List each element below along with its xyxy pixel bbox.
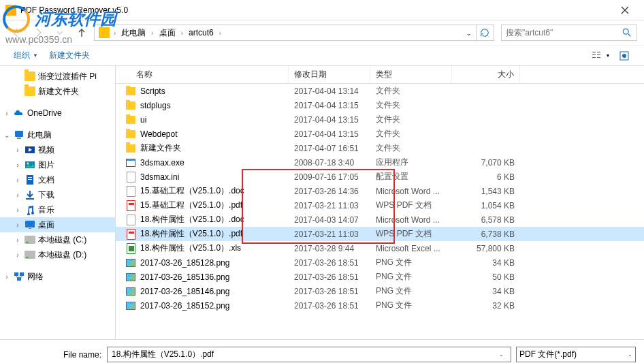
file-row[interactable]: Webdepot 2017-04-04 13:15 文件夹 [116, 127, 644, 141]
breadcrumb-item[interactable]: 桌面 [155, 25, 180, 40]
filetype-select[interactable]: PDF 文件(*.pdf) ⌄ [516, 347, 636, 362]
file-row[interactable]: 18.构件属性（V25.1.0）.xls 2017-03-28 9:44 Mic… [116, 241, 644, 255]
doc-icon [125, 215, 136, 225]
file-row[interactable]: 2017-03-26_185136.png 2017-03-26 18:51 P… [116, 270, 644, 284]
expand-icon[interactable]: › [14, 236, 22, 244]
sidebar-item[interactable]: 新建文件夹 [0, 84, 115, 99]
expand-icon[interactable]: ⌄ [3, 131, 11, 139]
sidebar-item-label: OneDrive [27, 108, 62, 118]
file-type: WPS PDF 文档 [370, 228, 452, 240]
expand-icon[interactable]: › [14, 191, 22, 199]
search-button[interactable] [617, 28, 637, 37]
chevron-down-icon[interactable]: ⌄ [499, 351, 504, 358]
sidebar-item[interactable]: 渐变过渡插件 Pi [0, 69, 115, 84]
sidebar-item-label: 渐变过渡插件 Pi [38, 71, 97, 82]
sidebar-item[interactable]: ›OneDrive [0, 106, 115, 121]
expand-icon[interactable]: › [14, 251, 22, 259]
expand-icon[interactable]: › [14, 161, 22, 169]
search-box[interactable] [501, 25, 637, 41]
arrow-right-icon [33, 27, 44, 38]
column-size[interactable]: 大小 [452, 66, 520, 83]
sidebar-item[interactable]: ›下载 [0, 187, 115, 202]
sidebar-item[interactable]: ›图片 [0, 157, 115, 172]
nav-forward-button[interactable] [29, 23, 48, 42]
new-folder-button[interactable]: 新建文件夹 [44, 46, 95, 65]
breadcrumb-item[interactable]: 此电脑 [117, 25, 150, 40]
expand-icon[interactable]: › [3, 273, 11, 281]
file-name: 3dsmax.exe [140, 158, 184, 168]
file-row[interactable]: ui 2017-04-04 13:15 文件夹 [116, 112, 644, 127]
column-date[interactable]: 修改日期 [289, 66, 370, 83]
filename-input[interactable] [107, 347, 511, 362]
file-size: 6 KB [452, 172, 520, 182]
file-name: 2017-03-26_185152.png [140, 301, 229, 311]
expand-icon[interactable]: › [14, 221, 22, 229]
file-row[interactable]: stdplugs 2017-04-04 13:15 文件夹 [116, 98, 644, 112]
column-name[interactable]: 名称 [116, 66, 289, 83]
svg-rect-16 [28, 179, 32, 180]
png-icon [125, 300, 136, 311]
file-type: 应用程序 [370, 157, 452, 168]
help-button[interactable] [613, 46, 636, 65]
search-input[interactable] [502, 28, 617, 37]
file-list[interactable]: 名称 修改日期 类型 大小 Scripts 2017-04-04 13:14 文… [116, 66, 644, 339]
nav-up-button[interactable] [72, 23, 91, 42]
sidebar-item[interactable]: ›视频 [0, 142, 115, 157]
svg-rect-10 [17, 138, 21, 139]
close-button[interactable] [611, 0, 639, 20]
svg-rect-9 [15, 131, 23, 137]
expand-icon[interactable]: › [14, 206, 22, 214]
svg-rect-6 [597, 57, 600, 58]
file-row[interactable]: 15.基础工程（V25.1.0）.doc 2017-03-26 14:36 Mi… [116, 184, 644, 198]
refresh-button[interactable] [476, 25, 492, 40]
nav-back-button[interactable] [7, 23, 26, 42]
refresh-icon [480, 28, 489, 37]
nav-recent-button[interactable] [50, 23, 69, 42]
file-type: 文件夹 [370, 99, 452, 111]
file-row[interactable]: 新建文件夹 2017-04-07 16:51 文件夹 [116, 141, 644, 155]
breadcrumb-dropdown[interactable]: ⌄ [462, 28, 476, 37]
sidebar-item[interactable]: ›文档 [0, 172, 115, 187]
file-row[interactable]: 15.基础工程（V25.1.0）.pdf 2017-03-21 11:03 WP… [116, 198, 644, 212]
view-options-button[interactable]: ▼ [590, 46, 613, 65]
sidebar-item[interactable]: ›音乐 [0, 202, 115, 217]
breadcrumb[interactable]: › 此电脑 › 桌面 › artcut6 › ⌄ [94, 25, 494, 41]
file-date: 2017-04-04 13:15 [289, 129, 370, 139]
file-row[interactable]: 3dsmax.ini 2009-07-16 17:05 配置设置 6 KB [116, 170, 644, 184]
file-row[interactable]: 3dsmax.exe 2008-07-18 3:40 应用程序 7,070 KB [116, 155, 644, 170]
file-type: Microsoft Word ... [370, 187, 452, 196]
file-row[interactable]: Scripts 2017-04-04 13:14 文件夹 [116, 84, 644, 98]
folder-icon [125, 129, 136, 140]
file-size: 7,070 KB [452, 158, 520, 168]
file-name: 3dsmax.ini [140, 172, 179, 182]
svg-rect-17 [26, 198, 34, 200]
folder-icon [125, 86, 136, 97]
file-date: 2017-03-26 18:51 [289, 301, 370, 311]
column-type[interactable]: 类型 [370, 66, 452, 83]
chevron-down-icon: ⌄ [628, 351, 632, 358]
sidebar-item-label: 视频 [38, 144, 54, 156]
expand-icon[interactable]: › [3, 110, 11, 117]
svg-rect-18 [25, 221, 35, 227]
svg-rect-19 [29, 228, 31, 229]
sidebar[interactable]: 渐变过渡插件 Pi新建文件夹›OneDrive⌄此电脑›视频›图片›文档›下载›… [0, 66, 116, 339]
expand-icon[interactable]: › [14, 176, 22, 184]
svg-rect-4 [597, 52, 600, 52]
breadcrumb-item[interactable]: artcut6 [184, 25, 218, 40]
sidebar-item[interactable]: ›本地磁盘 (D:) [0, 247, 115, 262]
sidebar-item-label: 桌面 [38, 219, 54, 231]
sidebar-item[interactable]: ⌄此电脑 [0, 127, 115, 142]
svg-point-0 [623, 29, 628, 34]
file-date: 2017-03-21 11:03 [289, 230, 370, 239]
file-row[interactable]: 2017-03-26_185128.png 2017-03-26 18:51 P… [116, 255, 644, 270]
expand-icon[interactable]: › [14, 146, 22, 154]
file-row[interactable]: 2017-03-26_185152.png 2017-03-26 18:51 P… [116, 298, 644, 313]
sidebar-item[interactable]: ›网络 [0, 269, 115, 284]
file-row[interactable]: 18.构件属性（V25.1.0）.pdf 2017-03-21 11:03 WP… [116, 227, 644, 241]
sidebar-item[interactable]: ›桌面 [0, 217, 115, 232]
file-row[interactable]: 18.构件属性（V25.1.0）.doc 2017-04-03 14:07 Mi… [116, 212, 644, 227]
organize-menu[interactable]: 组织▼ [8, 46, 44, 65]
sidebar-item[interactable]: ›本地磁盘 (C:) [0, 232, 115, 247]
file-row[interactable]: 2017-03-26_185146.png 2017-03-26 18:51 P… [116, 284, 644, 298]
sidebar-item-label: 此电脑 [27, 129, 52, 141]
